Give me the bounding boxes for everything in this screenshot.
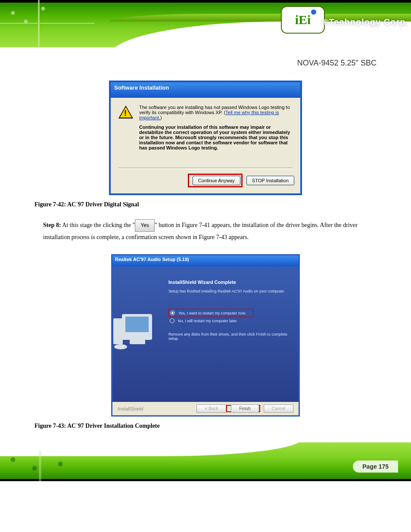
remove-disks-text: Remove any disks from their drives, and …: [168, 332, 290, 341]
top-banner: iEi ®Technology Corp.: [0, 0, 411, 47]
dialog-text-1b: ): [160, 115, 162, 120]
dialog-warning-bold: Continuing your installation of this sof…: [139, 124, 293, 150]
step-prefix: Step 8:: [43, 222, 61, 228]
restart-now-option[interactable]: Yes, I want to restart my computer now.: [168, 309, 254, 317]
restart-later-option[interactable]: No, I will restart my computer later.: [168, 317, 290, 324]
dialog2-title-bar: Realtek AC'97 Audio Setup (5.19): [112, 255, 299, 267]
figure-caption-2: Figure 7-43: AC`97 Driver Installation C…: [34, 423, 377, 429]
figure-caption-1: Figure 7-42: AC`97 Driver Digital Signal: [34, 201, 377, 208]
radio-unselected-icon: [170, 318, 174, 323]
restart-now-label: Yes, I want to restart my computer now.: [178, 311, 246, 315]
warning-icon: !: [118, 105, 133, 119]
highlight-finish: Finish: [226, 405, 260, 412]
circuit-decoration-bottom: [0, 451, 129, 481]
logo: iEi: [281, 6, 325, 34]
document-heading: NOVA-9452 5.25" SBC: [34, 59, 377, 68]
wizard-complete-sub: Setup has finished installing Realtek AC…: [168, 289, 290, 293]
wizard-complete-heading: InstallShield Wizard Complete: [168, 280, 290, 285]
yes-chip: Yes: [135, 219, 155, 232]
software-installation-dialog: Software Installation ! The software you…: [109, 81, 302, 195]
page-number: Page 175: [353, 460, 398, 473]
logo-dot-icon: [311, 9, 316, 15]
installshield-complete-dialog: Realtek AC'97 Audio Setup (5.19) Install…: [111, 254, 300, 417]
radio-selected-icon: [170, 311, 175, 315]
step-8: Step 8: At this stage the clicking the "…: [43, 219, 377, 243]
stop-installation-button[interactable]: STOP Installation: [246, 176, 294, 185]
circuit-decoration: [0, 0, 95, 47]
dialog-title-bar: Software Installation: [111, 82, 300, 98]
continue-anyway-button[interactable]: Continue Anyway: [193, 176, 240, 185]
installshield-label: InstallShield: [118, 406, 143, 411]
logo-text: iEi: [295, 12, 311, 27]
brand-tagline: ®Technology Corp.: [322, 17, 408, 27]
wizard-graphic: [112, 280, 168, 392]
bottom-banner: Page 175: [0, 442, 411, 481]
dialog-message: The software you are installing has not …: [139, 105, 293, 150]
cancel-button[interactable]: Cancel: [264, 404, 293, 413]
highlight-continue: Continue Anyway: [188, 174, 243, 187]
finish-button[interactable]: Finish: [231, 404, 259, 413]
restart-later-label: No, I will restart my computer later.: [178, 319, 238, 323]
back-button[interactable]: < Back: [196, 404, 226, 413]
